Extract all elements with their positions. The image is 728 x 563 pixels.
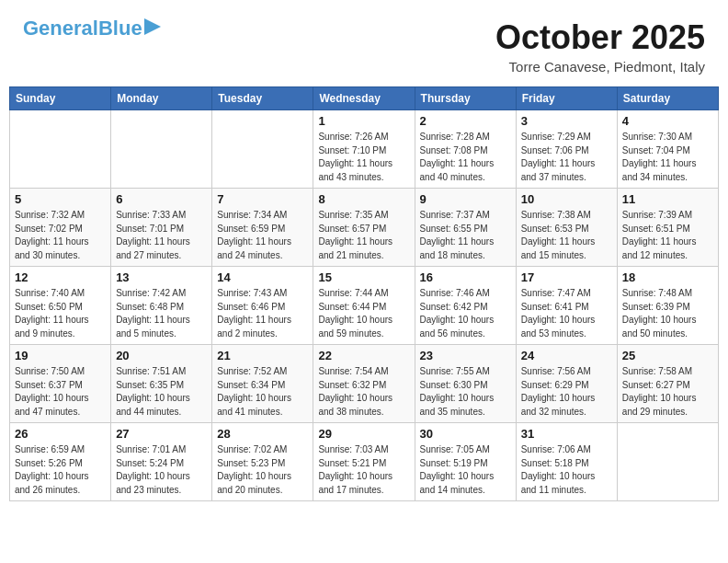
day-info: Sunrise: 7:44 AM Sunset: 6:44 PM Dayligh… bbox=[318, 287, 409, 340]
day-info: Sunrise: 7:52 AM Sunset: 6:34 PM Dayligh… bbox=[217, 365, 308, 419]
day-info: Sunrise: 7:48 AM Sunset: 6:39 PM Dayligh… bbox=[622, 287, 713, 340]
day-number: 30 bbox=[420, 427, 511, 441]
day-number: 29 bbox=[318, 427, 409, 441]
weekday-header: Tuesday bbox=[212, 87, 313, 110]
calendar-cell: 4Sunrise: 7:30 AM Sunset: 7:04 PM Daylig… bbox=[617, 110, 718, 189]
calendar-cell: 11Sunrise: 7:39 AM Sunset: 6:51 PM Dayli… bbox=[617, 189, 718, 267]
day-number: 20 bbox=[116, 349, 207, 362]
page-header: GeneralBlue October 2025 Torre Canavese,… bbox=[9, 9, 719, 79]
weekday-header: Wednesday bbox=[313, 87, 415, 110]
calendar-cell: 13Sunrise: 7:42 AM Sunset: 6:48 PM Dayli… bbox=[111, 267, 212, 345]
day-info: Sunrise: 7:58 AM Sunset: 6:27 PM Dayligh… bbox=[622, 365, 713, 419]
day-number: 10 bbox=[521, 192, 612, 206]
weekday-header: Thursday bbox=[415, 87, 516, 110]
calendar-cell: 19Sunrise: 7:50 AM Sunset: 6:37 PM Dayli… bbox=[10, 345, 111, 423]
calendar-cell: 17Sunrise: 7:47 AM Sunset: 6:41 PM Dayli… bbox=[516, 267, 617, 345]
day-info: Sunrise: 7:56 AM Sunset: 6:29 PM Dayligh… bbox=[521, 365, 612, 419]
day-info: Sunrise: 7:35 AM Sunset: 6:57 PM Dayligh… bbox=[318, 209, 409, 262]
day-number: 15 bbox=[318, 270, 409, 284]
calendar-cell: 5Sunrise: 7:32 AM Sunset: 7:02 PM Daylig… bbox=[10, 189, 111, 267]
weekday-header: Sunday bbox=[10, 87, 111, 110]
day-info: Sunrise: 7:43 AM Sunset: 6:46 PM Dayligh… bbox=[217, 287, 308, 340]
calendar-week-row: 1Sunrise: 7:26 AM Sunset: 7:10 PM Daylig… bbox=[10, 110, 719, 189]
day-info: Sunrise: 7:40 AM Sunset: 6:50 PM Dayligh… bbox=[15, 287, 106, 340]
day-number: 12 bbox=[15, 270, 106, 284]
day-number: 3 bbox=[521, 114, 612, 128]
calendar-cell: 22Sunrise: 7:54 AM Sunset: 6:32 PM Dayli… bbox=[313, 345, 415, 423]
calendar-cell: 15Sunrise: 7:44 AM Sunset: 6:44 PM Dayli… bbox=[313, 267, 415, 345]
calendar-cell: 25Sunrise: 7:58 AM Sunset: 6:27 PM Dayli… bbox=[617, 345, 718, 423]
day-number: 9 bbox=[420, 192, 511, 206]
weekday-header: Monday bbox=[111, 87, 212, 110]
day-info: Sunrise: 7:42 AM Sunset: 6:48 PM Dayligh… bbox=[116, 287, 207, 340]
day-info: Sunrise: 6:59 AM Sunset: 5:26 PM Dayligh… bbox=[15, 443, 106, 497]
calendar-cell bbox=[212, 110, 313, 189]
calendar-cell: 23Sunrise: 7:55 AM Sunset: 6:30 PM Dayli… bbox=[415, 345, 516, 423]
calendar-cell: 12Sunrise: 7:40 AM Sunset: 6:50 PM Dayli… bbox=[10, 267, 111, 345]
calendar-cell: 7Sunrise: 7:34 AM Sunset: 6:59 PM Daylig… bbox=[212, 189, 313, 267]
day-number: 14 bbox=[217, 270, 308, 284]
logo-text: GeneralBlue bbox=[23, 18, 142, 39]
svg-marker-0 bbox=[144, 18, 161, 35]
day-number: 26 bbox=[15, 427, 106, 441]
calendar-cell: 30Sunrise: 7:05 AM Sunset: 5:19 PM Dayli… bbox=[415, 423, 516, 501]
day-number: 5 bbox=[15, 192, 106, 206]
day-info: Sunrise: 7:05 AM Sunset: 5:19 PM Dayligh… bbox=[420, 443, 511, 497]
day-number: 22 bbox=[318, 349, 409, 362]
calendar-cell: 10Sunrise: 7:38 AM Sunset: 6:53 PM Dayli… bbox=[516, 189, 617, 267]
day-number: 31 bbox=[521, 427, 612, 441]
calendar-cell: 18Sunrise: 7:48 AM Sunset: 6:39 PM Dayli… bbox=[617, 267, 718, 345]
day-info: Sunrise: 7:29 AM Sunset: 7:06 PM Dayligh… bbox=[521, 131, 612, 184]
calendar-cell: 20Sunrise: 7:51 AM Sunset: 6:35 PM Dayli… bbox=[111, 345, 212, 423]
title-block: October 2025 Torre Canavese, Piedmont, I… bbox=[495, 18, 705, 75]
calendar-cell: 3Sunrise: 7:29 AM Sunset: 7:06 PM Daylig… bbox=[516, 110, 617, 189]
day-number: 4 bbox=[622, 114, 713, 128]
calendar-cell: 8Sunrise: 7:35 AM Sunset: 6:57 PM Daylig… bbox=[313, 189, 415, 267]
day-info: Sunrise: 7:37 AM Sunset: 6:55 PM Dayligh… bbox=[420, 209, 511, 262]
day-info: Sunrise: 7:06 AM Sunset: 5:18 PM Dayligh… bbox=[521, 443, 612, 497]
calendar-cell: 21Sunrise: 7:52 AM Sunset: 6:34 PM Dayli… bbox=[212, 345, 313, 423]
calendar-week-row: 12Sunrise: 7:40 AM Sunset: 6:50 PM Dayli… bbox=[10, 267, 719, 345]
calendar-cell bbox=[10, 110, 111, 189]
day-number: 25 bbox=[622, 349, 713, 362]
calendar-cell: 14Sunrise: 7:43 AM Sunset: 6:46 PM Dayli… bbox=[212, 267, 313, 345]
calendar-cell: 9Sunrise: 7:37 AM Sunset: 6:55 PM Daylig… bbox=[415, 189, 516, 267]
calendar-cell: 16Sunrise: 7:46 AM Sunset: 6:42 PM Dayli… bbox=[415, 267, 516, 345]
day-info: Sunrise: 7:28 AM Sunset: 7:08 PM Dayligh… bbox=[420, 131, 511, 184]
day-number: 7 bbox=[217, 192, 308, 206]
day-info: Sunrise: 7:32 AM Sunset: 7:02 PM Dayligh… bbox=[15, 209, 106, 262]
calendar-week-row: 26Sunrise: 6:59 AM Sunset: 5:26 PM Dayli… bbox=[10, 423, 719, 501]
location: Torre Canavese, Piedmont, Italy bbox=[495, 59, 705, 75]
day-number: 11 bbox=[622, 192, 713, 206]
calendar-cell: 2Sunrise: 7:28 AM Sunset: 7:08 PM Daylig… bbox=[415, 110, 516, 189]
day-info: Sunrise: 7:38 AM Sunset: 6:53 PM Dayligh… bbox=[521, 209, 612, 262]
calendar-cell: 24Sunrise: 7:56 AM Sunset: 6:29 PM Dayli… bbox=[516, 345, 617, 423]
calendar-week-row: 19Sunrise: 7:50 AM Sunset: 6:37 PM Dayli… bbox=[10, 345, 719, 423]
day-number: 27 bbox=[116, 427, 207, 441]
day-number: 18 bbox=[622, 270, 713, 284]
day-info: Sunrise: 7:33 AM Sunset: 7:01 PM Dayligh… bbox=[116, 209, 207, 262]
calendar-week-row: 5Sunrise: 7:32 AM Sunset: 7:02 PM Daylig… bbox=[10, 189, 719, 267]
day-info: Sunrise: 7:51 AM Sunset: 6:35 PM Dayligh… bbox=[116, 365, 207, 419]
day-info: Sunrise: 7:46 AM Sunset: 6:42 PM Dayligh… bbox=[420, 287, 511, 340]
calendar-cell bbox=[617, 423, 718, 501]
logo-icon bbox=[144, 18, 161, 35]
day-number: 8 bbox=[318, 192, 409, 206]
day-number: 17 bbox=[521, 270, 612, 284]
day-number: 1 bbox=[318, 114, 409, 128]
day-number: 24 bbox=[521, 349, 612, 362]
day-info: Sunrise: 7:39 AM Sunset: 6:51 PM Dayligh… bbox=[622, 209, 713, 262]
day-number: 28 bbox=[217, 427, 308, 441]
day-info: Sunrise: 7:01 AM Sunset: 5:24 PM Dayligh… bbox=[116, 443, 207, 497]
day-info: Sunrise: 7:02 AM Sunset: 5:23 PM Dayligh… bbox=[217, 443, 308, 497]
calendar-cell: 6Sunrise: 7:33 AM Sunset: 7:01 PM Daylig… bbox=[111, 189, 212, 267]
weekday-header-row: SundayMondayTuesdayWednesdayThursdayFrid… bbox=[10, 87, 719, 110]
calendar-cell: 29Sunrise: 7:03 AM Sunset: 5:21 PM Dayli… bbox=[313, 423, 415, 501]
day-number: 16 bbox=[420, 270, 511, 284]
day-number: 23 bbox=[420, 349, 511, 362]
calendar-table: SundayMondayTuesdayWednesdayThursdayFrid… bbox=[9, 86, 719, 501]
day-number: 19 bbox=[15, 349, 106, 362]
logo: GeneralBlue bbox=[23, 18, 161, 39]
calendar-cell: 26Sunrise: 6:59 AM Sunset: 5:26 PM Dayli… bbox=[10, 423, 111, 501]
weekday-header: Friday bbox=[516, 87, 617, 110]
